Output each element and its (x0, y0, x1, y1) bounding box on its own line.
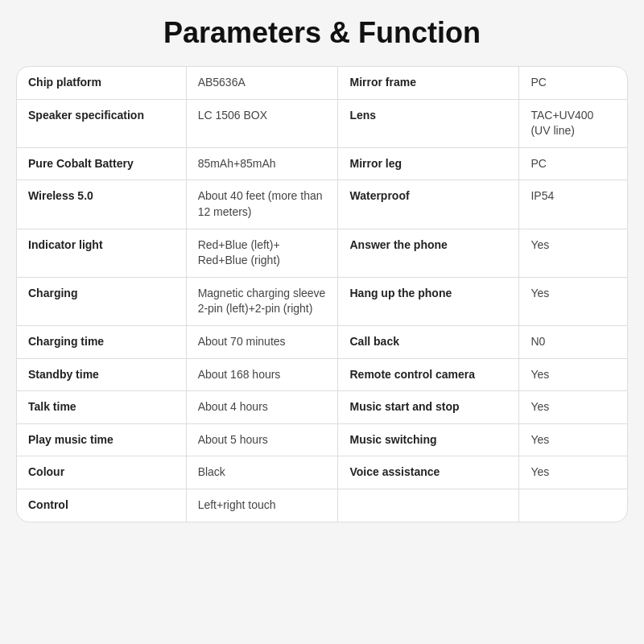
table-row: Speaker specificationLC 1506 BOXLensTAC+… (17, 99, 627, 147)
left-label-cell: Indicator light (17, 229, 186, 277)
right-value-cell: TAC+UV400 (UV line) (519, 99, 627, 147)
right-value-cell: PC (519, 67, 627, 99)
right-value-cell: Yes (519, 358, 627, 391)
left-label-cell: Charging (17, 277, 186, 325)
right-value-cell: Yes (519, 229, 627, 277)
left-label-cell: Chip platform (17, 67, 186, 99)
right-label-cell: Call back (338, 325, 519, 358)
left-value-cell: Red+Blue (left)+ Red+Blue (right) (186, 229, 338, 277)
left-value-cell: Magnetic charging sleeve 2-pin (left)+2-… (186, 277, 338, 325)
parameters-table: Chip platformAB5636AMirror framePCSpeake… (17, 67, 627, 522)
left-label-cell: Charging time (17, 325, 186, 358)
left-label-cell: Pure Cobalt Battery (17, 147, 186, 180)
left-value-cell: LC 1506 BOX (186, 99, 338, 147)
right-value-cell: IP54 (519, 180, 627, 229)
right-label-cell: Mirror leg (338, 147, 519, 180)
left-value-cell: Left+right touch (186, 489, 338, 521)
right-value-cell: Yes (519, 277, 627, 325)
table-row: Indicator lightRed+Blue (left)+ Red+Blue… (17, 229, 627, 277)
right-label-cell: Waterproof (338, 180, 519, 229)
table-row: Charging timeAbout 70 minutesCall backN0 (17, 325, 627, 358)
right-label-cell: Hang up the phone (338, 277, 519, 325)
right-value-cell (519, 489, 627, 521)
right-value-cell: PC (519, 147, 627, 180)
table-row: Pure Cobalt Battery85mAh+85mAhMirror leg… (17, 147, 627, 180)
left-value-cell: About 5 hours (186, 423, 338, 456)
right-label-cell: Voice assistance (338, 456, 519, 489)
right-value-cell: Yes (519, 391, 627, 424)
right-label-cell: Remote control camera (338, 358, 519, 391)
right-label-cell: Lens (338, 99, 519, 147)
table-row: Chip platformAB5636AMirror framePC (17, 67, 627, 99)
right-value-cell: Yes (519, 456, 627, 489)
left-label-cell: Talk time (17, 391, 186, 424)
right-label-cell: Answer the phone (338, 229, 519, 277)
left-label-cell: Speaker specification (17, 99, 186, 147)
table-row: ControlLeft+right touch (17, 489, 627, 521)
right-value-cell: N0 (519, 325, 627, 358)
left-label-cell: Control (17, 489, 186, 521)
right-value-cell: Yes (519, 423, 627, 456)
left-label-cell: Wireless 5.0 (17, 180, 186, 229)
table-row: Standby timeAbout 168 hoursRemote contro… (17, 358, 627, 391)
right-label-cell: Music switching (338, 423, 519, 456)
left-value-cell: Black (186, 456, 338, 489)
page-title: Parameters & Function (163, 16, 481, 50)
left-value-cell: About 40 feet (more than 12 meters) (186, 180, 338, 229)
table-row: Wireless 5.0About 40 feet (more than 12 … (17, 180, 627, 229)
left-label-cell: Play music time (17, 423, 186, 456)
table-row: Play music timeAbout 5 hoursMusic switch… (17, 423, 627, 456)
table-row: ColourBlackVoice assistanceYes (17, 456, 627, 489)
left-value-cell: About 168 hours (186, 358, 338, 391)
right-label-cell (338, 489, 519, 521)
parameters-table-container: Chip platformAB5636AMirror framePCSpeake… (16, 66, 628, 522)
right-label-cell: Mirror frame (338, 67, 519, 99)
left-label-cell: Standby time (17, 358, 186, 391)
left-value-cell: About 70 minutes (186, 325, 338, 358)
table-row: Talk timeAbout 4 hoursMusic start and st… (17, 391, 627, 424)
left-value-cell: About 4 hours (186, 391, 338, 424)
left-value-cell: AB5636A (186, 67, 338, 99)
table-row: ChargingMagnetic charging sleeve 2-pin (… (17, 277, 627, 325)
right-label-cell: Music start and stop (338, 391, 519, 424)
left-value-cell: 85mAh+85mAh (186, 147, 338, 180)
left-label-cell: Colour (17, 456, 186, 489)
